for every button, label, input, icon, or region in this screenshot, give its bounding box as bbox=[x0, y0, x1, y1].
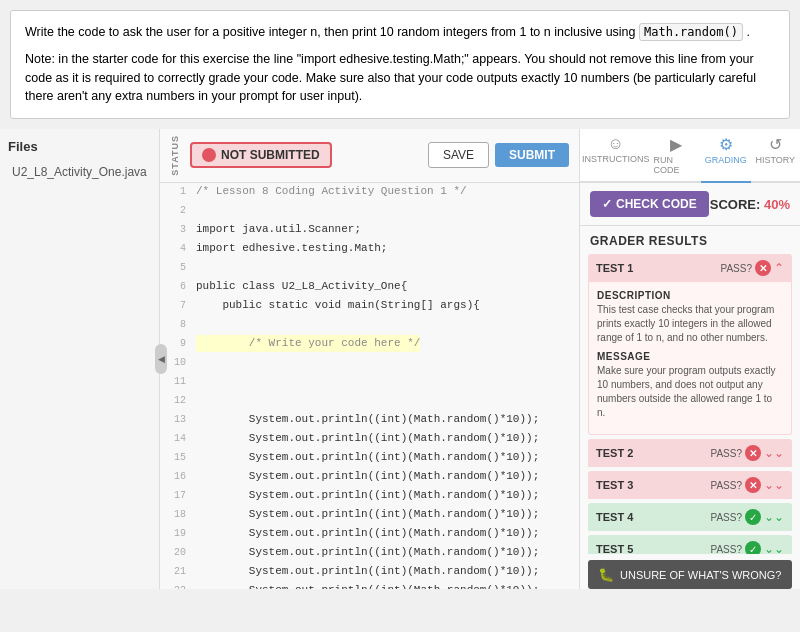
line-number: 6 bbox=[166, 278, 186, 295]
code-line: 13 System.out.println((int)(Math.random(… bbox=[160, 411, 579, 430]
run-code-icon: ▶ bbox=[670, 135, 682, 154]
main-layout: Files U2_L8_Activity_One.java STATUS NOT… bbox=[0, 129, 800, 589]
line-content: import java.util.Scanner; bbox=[196, 221, 361, 238]
panel-tabs: ☺ INSTRUCTIONS ▶ RUN CODE ⚙ GRADING ↺ HI… bbox=[580, 129, 800, 183]
sidebar-file[interactable]: U2_L8_Activity_One.java bbox=[8, 162, 151, 182]
line-number: 9 bbox=[166, 335, 186, 352]
test-name: TEST 1 bbox=[596, 262, 633, 274]
line-content: System.out.println((int)(Math.random()*1… bbox=[196, 563, 539, 580]
message-text: Make sure your program outputs exactly 1… bbox=[597, 364, 783, 420]
code-line: 14 System.out.println((int)(Math.random(… bbox=[160, 430, 579, 449]
line-number: 4 bbox=[166, 240, 186, 257]
line-content: public class U2_L8_Activity_One{ bbox=[196, 278, 407, 295]
test-row: TEST 1 PASS? ✕ ⌃ DESCRIPTION This test c… bbox=[588, 254, 792, 435]
test-header[interactable]: TEST 5 PASS? ✓ ⌄⌄ bbox=[588, 535, 792, 554]
code-line: 3import java.util.Scanner; bbox=[160, 221, 579, 240]
test-header[interactable]: TEST 1 PASS? ✕ ⌃ bbox=[588, 254, 792, 282]
collapse-handle[interactable]: ◀ bbox=[155, 344, 167, 374]
test-header[interactable]: TEST 2 PASS? ✕ ⌄⌄ bbox=[588, 439, 792, 467]
submit-button[interactable]: SUBMIT bbox=[495, 143, 569, 167]
chevron-icon: ⌄⌄ bbox=[764, 446, 784, 460]
test-row: TEST 5 PASS? ✓ ⌄⌄ bbox=[588, 535, 792, 554]
history-icon: ↺ bbox=[769, 135, 782, 154]
test-icons: PASS? ✓ ⌄⌄ bbox=[711, 541, 785, 554]
tab-grading[interactable]: ⚙ GRADING bbox=[701, 129, 751, 183]
code-line: 2 bbox=[160, 202, 579, 221]
code-line: 9 /* Write your code here */ bbox=[160, 335, 579, 354]
test-description: DESCRIPTION This test case checks that y… bbox=[597, 290, 783, 345]
line-number: 13 bbox=[166, 411, 186, 428]
status-actions: SAVE SUBMIT bbox=[428, 142, 569, 168]
line-content: System.out.println((int)(Math.random()*1… bbox=[196, 468, 539, 485]
fail-icon: ✕ bbox=[745, 477, 761, 493]
unsure-button[interactable]: 🐛 UNSURE OF WHAT'S WRONG? bbox=[588, 560, 792, 589]
code-line: 11 bbox=[160, 373, 579, 392]
instruction-line2: Note: in the starter code for this exerc… bbox=[25, 50, 775, 106]
instruction-box: Write the code to ask the user for a pos… bbox=[10, 10, 790, 119]
test-row: TEST 4 PASS? ✓ ⌄⌄ bbox=[588, 503, 792, 531]
description-text: This test case checks that your program … bbox=[597, 303, 783, 345]
save-button[interactable]: SAVE bbox=[428, 142, 489, 168]
line-content: System.out.println((int)(Math.random()*1… bbox=[196, 544, 539, 561]
editor-area: STATUS NOT SUBMITTED SAVE SUBMIT 1/* Les… bbox=[160, 129, 580, 589]
test-details: DESCRIPTION This test case checks that y… bbox=[588, 282, 792, 435]
line-number: 10 bbox=[166, 354, 186, 371]
test-icons: PASS? ✕ ⌃ bbox=[721, 260, 785, 276]
line-content: public static void main(String[] args){ bbox=[196, 297, 480, 314]
test-header[interactable]: TEST 3 PASS? ✕ ⌄⌄ bbox=[588, 471, 792, 499]
score-label: SCORE: 40% bbox=[710, 197, 790, 212]
fail-icon: ✕ bbox=[745, 445, 761, 461]
check-code-bar: ✓ CHECK CODE SCORE: 40% bbox=[580, 183, 800, 226]
test-pass-label: PASS? bbox=[711, 512, 743, 523]
pass-icon: ✓ bbox=[745, 541, 761, 554]
code-line: 19 System.out.println((int)(Math.random(… bbox=[160, 525, 579, 544]
test-pass-label: PASS? bbox=[711, 544, 743, 555]
test-icons: PASS? ✓ ⌄⌄ bbox=[711, 509, 785, 525]
check-code-button[interactable]: ✓ CHECK CODE bbox=[590, 191, 709, 217]
code-line: 5 bbox=[160, 259, 579, 278]
line-number: 11 bbox=[166, 373, 186, 390]
test-icons: PASS? ✕ ⌄⌄ bbox=[711, 445, 785, 461]
description-label: DESCRIPTION bbox=[597, 290, 783, 301]
grader-scroll[interactable]: TEST 1 PASS? ✕ ⌃ DESCRIPTION This test c… bbox=[580, 254, 800, 554]
sidebar: Files U2_L8_Activity_One.java bbox=[0, 129, 160, 589]
code-line: 18 System.out.println((int)(Math.random(… bbox=[160, 506, 579, 525]
not-submitted-badge: NOT SUBMITTED bbox=[190, 142, 332, 168]
tab-run-code[interactable]: ▶ RUN CODE bbox=[652, 129, 702, 183]
fail-icon: ✕ bbox=[755, 260, 771, 276]
code-line: 7 public static void main(String[] args)… bbox=[160, 297, 579, 316]
test-pass-label: PASS? bbox=[711, 480, 743, 491]
grader-results-title: GRADER RESULTS bbox=[580, 226, 800, 254]
chevron-icon: ⌄⌄ bbox=[764, 478, 784, 492]
test-pass-label: PASS? bbox=[721, 263, 753, 274]
code-line: 22 System.out.println((int)(Math.random(… bbox=[160, 582, 579, 589]
sidebar-title: Files bbox=[8, 139, 151, 154]
line-content: System.out.println((int)(Math.random()*1… bbox=[196, 506, 539, 523]
code-line: 21 System.out.println((int)(Math.random(… bbox=[160, 563, 579, 582]
code-line: 1/* Lesson 8 Coding Activity Question 1 … bbox=[160, 183, 579, 202]
score-value: 40% bbox=[764, 197, 790, 212]
test-name: TEST 3 bbox=[596, 479, 633, 491]
tab-history[interactable]: ↺ HISTORY bbox=[751, 129, 801, 183]
tab-instructions[interactable]: ☺ INSTRUCTIONS bbox=[580, 129, 652, 183]
pass-icon: ✓ bbox=[745, 509, 761, 525]
code-line: 10 bbox=[160, 354, 579, 373]
chevron-icon: ⌄⌄ bbox=[764, 542, 784, 554]
code-line: 6public class U2_L8_Activity_One{ bbox=[160, 278, 579, 297]
test-row: TEST 3 PASS? ✕ ⌄⌄ bbox=[588, 471, 792, 499]
line-number: 1 bbox=[166, 183, 186, 200]
code-editor[interactable]: 1/* Lesson 8 Coding Activity Question 1 … bbox=[160, 183, 579, 589]
chevron-icon: ⌃ bbox=[774, 261, 784, 275]
code-line: 15 System.out.println((int)(Math.random(… bbox=[160, 449, 579, 468]
line-content: /* Write your code here */ bbox=[196, 335, 420, 352]
check-icon: ✓ bbox=[602, 197, 612, 211]
line-content: System.out.println((int)(Math.random()*1… bbox=[196, 525, 539, 542]
test-header[interactable]: TEST 4 PASS? ✓ ⌄⌄ bbox=[588, 503, 792, 531]
line-number: 17 bbox=[166, 487, 186, 504]
line-number: 12 bbox=[166, 392, 186, 409]
line-number: 15 bbox=[166, 449, 186, 466]
code-line: 17 System.out.println((int)(Math.random(… bbox=[160, 487, 579, 506]
chevron-icon: ⌄⌄ bbox=[764, 510, 784, 524]
message-label: MESSAGE bbox=[597, 351, 783, 362]
bug-icon: 🐛 bbox=[598, 567, 614, 582]
